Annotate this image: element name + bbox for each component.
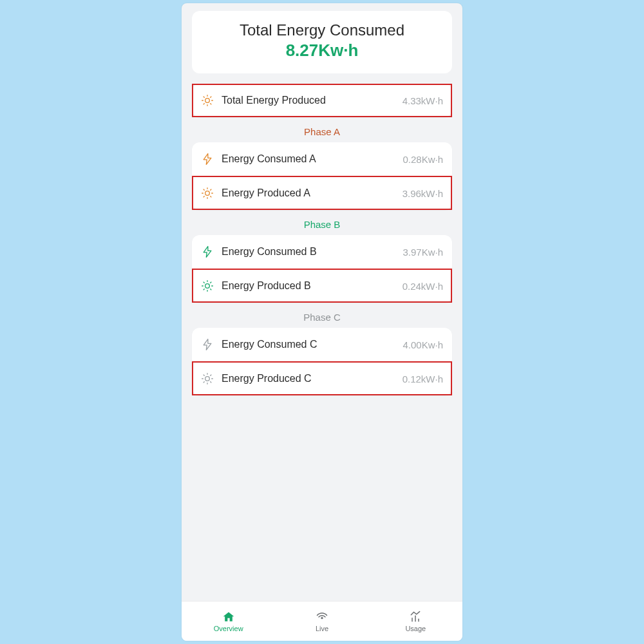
svg-line-5: [204, 97, 204, 97]
sun-icon: [201, 187, 214, 200]
svg-point-18: [205, 284, 210, 289]
svg-line-16: [204, 196, 204, 197]
total-produced-row[interactable]: Total Energy Produced 4.33kW·h: [192, 84, 452, 117]
svg-point-9: [205, 191, 210, 196]
svg-point-0: [205, 99, 210, 103]
svg-line-33: [211, 382, 211, 383]
total-consumed-value: 8.27Kw·h: [198, 41, 446, 61]
svg-line-34: [204, 382, 204, 383]
phase-a-produced-value: 3.96kW·h: [402, 188, 443, 199]
phase-a-consumed-row[interactable]: Energy Consumed A 0.28Kw·h: [192, 142, 452, 176]
total-consumed-title: Total Energy Consumed: [198, 21, 446, 39]
phase-a-title: Phase A: [192, 126, 452, 137]
nav-usage[interactable]: Usage: [369, 601, 462, 641]
bottom-nav: Overview Live Usage: [182, 601, 462, 641]
phase-c-title: Phase C: [192, 312, 452, 323]
bolt-icon: [201, 153, 214, 166]
phase-b-produced-label: Energy Produced B: [222, 280, 395, 292]
live-icon: [316, 611, 328, 623]
svg-point-36: [321, 617, 323, 619]
app-screen: Total Energy Consumed 8.27Kw·h: [182, 3, 462, 641]
sun-icon: [201, 372, 214, 385]
phase-c-produced-value: 0.12kW·h: [402, 374, 443, 384]
svg-line-8: [211, 97, 211, 97]
phase-c-consumed-value: 4.00Kw·h: [402, 339, 443, 350]
nav-overview[interactable]: Overview: [182, 601, 275, 641]
svg-line-35: [211, 375, 211, 375]
svg-line-15: [211, 196, 211, 197]
phase-a-produced-row[interactable]: Energy Produced A 3.96kW·h: [192, 176, 452, 210]
phase-c-consumed-label: Energy Consumed C: [222, 339, 395, 350]
phase-a-card: Energy Consumed A 0.28Kw·h Ener: [192, 142, 452, 210]
svg-line-6: [211, 104, 211, 104]
svg-line-7: [204, 104, 204, 104]
phase-b-produced-row[interactable]: Energy Produced B 0.24kW·h: [192, 269, 452, 303]
phase-b-consumed-value: 3.97Kw·h: [402, 247, 443, 258]
phase-c-consumed-row[interactable]: Energy Consumed C 4.00Kw·h: [192, 328, 452, 361]
phase-b-card: Energy Consumed B 3.97Kw·h Ener: [192, 235, 452, 303]
total-produced-label: Total Energy Produced: [222, 95, 395, 106]
phase-a-consumed-label: Energy Consumed A: [222, 153, 395, 165]
nav-live[interactable]: Live: [275, 601, 368, 641]
svg-line-23: [204, 282, 204, 283]
svg-line-14: [204, 189, 204, 190]
svg-line-32: [204, 375, 204, 375]
bolt-icon: [201, 338, 214, 351]
svg-point-27: [205, 377, 210, 381]
phase-a-consumed-value: 0.28Kw·h: [402, 154, 443, 165]
scroll-area[interactable]: Total Energy Consumed 8.27Kw·h: [182, 3, 462, 601]
home-icon: [222, 611, 235, 623]
sun-icon: [201, 279, 214, 292]
svg-line-17: [211, 189, 211, 190]
phase-b-produced-value: 0.24kW·h: [402, 281, 443, 292]
bolt-icon: [201, 245, 214, 258]
phase-b-consumed-row[interactable]: Energy Consumed B 3.97Kw·h: [192, 235, 452, 269]
total-consumed-card: Total Energy Consumed 8.27Kw·h: [192, 11, 452, 73]
nav-live-label: Live: [316, 625, 328, 632]
phase-c-card: Energy Consumed C 4.00Kw·h Ener: [192, 328, 452, 395]
svg-line-25: [204, 289, 204, 290]
sun-icon: [201, 94, 214, 107]
phase-c-produced-row[interactable]: Energy Produced C 0.12kW·h: [192, 361, 452, 395]
total-produced-value: 4.33kW·h: [402, 95, 443, 106]
phase-b-title: Phase B: [192, 219, 452, 230]
nav-overview-label: Overview: [214, 625, 243, 632]
nav-usage-label: Usage: [405, 625, 426, 632]
svg-line-24: [211, 289, 211, 290]
svg-line-26: [211, 282, 211, 283]
phase-a-produced-label: Energy Produced A: [222, 187, 395, 199]
phase-b-consumed-label: Energy Consumed B: [222, 246, 395, 258]
total-produced-card: Total Energy Produced 4.33kW·h: [192, 84, 452, 117]
usage-icon: [409, 611, 422, 623]
phase-c-produced-label: Energy Produced C: [222, 373, 395, 384]
